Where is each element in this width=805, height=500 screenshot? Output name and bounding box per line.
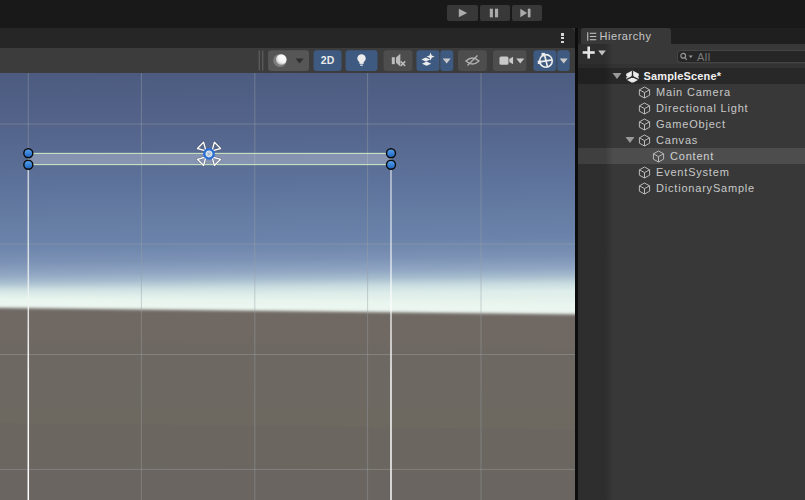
- svg-text:2D: 2D: [321, 55, 335, 66]
